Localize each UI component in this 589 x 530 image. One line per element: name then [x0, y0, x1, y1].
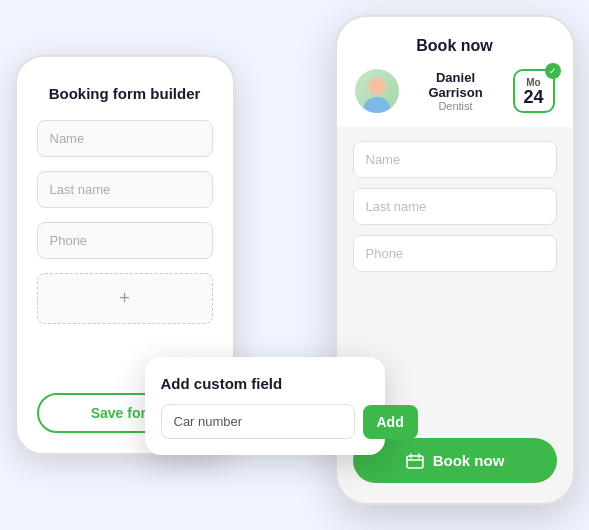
- avatar-body: [363, 97, 391, 113]
- provider-row: Daniel Garrison Dentist ✓ Mo 24: [355, 69, 555, 113]
- avatar-figure: [355, 69, 399, 113]
- avatar-head: [368, 77, 386, 95]
- form-builder-title: Booking form builder: [37, 85, 213, 102]
- popup-title: Add custom field: [161, 375, 369, 392]
- date-number: 24: [523, 88, 543, 106]
- book-now-label: Book now: [433, 452, 505, 469]
- name-field-left[interactable]: Name: [37, 120, 213, 157]
- svg-rect-0: [407, 456, 423, 468]
- add-custom-field-popup: Add custom field Add: [145, 357, 385, 455]
- date-day: Mo: [526, 77, 540, 88]
- add-custom-field-button[interactable]: Add: [363, 405, 418, 439]
- name-field-right[interactable]: Name: [353, 141, 557, 178]
- book-now-title: Book now: [355, 37, 555, 55]
- popup-row: Add: [161, 404, 369, 439]
- date-badge: ✓ Mo 24: [513, 69, 555, 113]
- check-icon: ✓: [545, 63, 561, 79]
- custom-field-input[interactable]: [161, 404, 355, 439]
- lastname-field-left[interactable]: Last name: [37, 171, 213, 208]
- provider-info: Daniel Garrison Dentist: [409, 70, 503, 112]
- provider-name: Daniel Garrison: [409, 70, 503, 100]
- provider-role: Dentist: [409, 100, 503, 112]
- right-phone-header: Book now Daniel Garrison Dentist ✓ Mo 24: [337, 17, 573, 127]
- phone-field-left[interactable]: Phone: [37, 222, 213, 259]
- phone-field-right[interactable]: Phone: [353, 235, 557, 272]
- calendar-icon: [405, 453, 425, 469]
- avatar: [355, 69, 399, 113]
- add-field-button[interactable]: +: [37, 273, 213, 324]
- lastname-field-right[interactable]: Last name: [353, 188, 557, 225]
